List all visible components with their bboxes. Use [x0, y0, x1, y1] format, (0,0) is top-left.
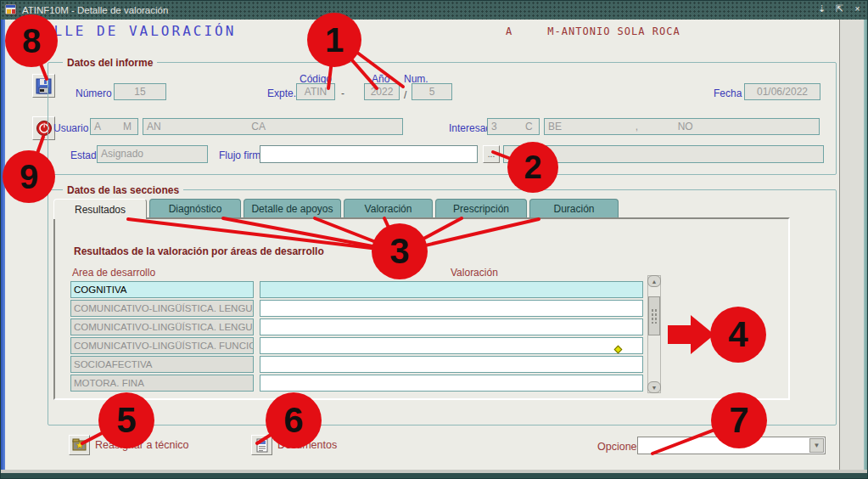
interesado-code-field: 3 C — [487, 118, 540, 135]
column-header-valoracion: Valoración — [451, 267, 498, 279]
estado-field: Asignado — [97, 145, 208, 163]
group-datos-informe-legend: Datos del informe — [63, 57, 157, 69]
window-gutter-right — [839, 20, 864, 470]
expte-slash: / — [404, 89, 406, 101]
area-cell: SOCIOAFECTIVA — [70, 356, 254, 373]
usuario-code-field: A M — [90, 118, 138, 135]
area-cell: COGNITIVA — [70, 281, 254, 298]
column-header-area: Area de desarrollo — [72, 267, 155, 279]
panel-title: Resultados de la valoración por áreas de… — [74, 245, 324, 257]
flujo-firma-browse-button[interactable]: ... — [483, 145, 500, 163]
valoracion-field[interactable] — [260, 375, 643, 392]
documentos-label[interactable]: Documentos — [277, 439, 337, 451]
reasignar-button[interactable] — [69, 435, 90, 455]
tab-diagnostico[interactable]: Diagnóstico — [149, 199, 241, 217]
restore-icon[interactable]: ⇱ — [833, 3, 846, 15]
scroll-up-icon[interactable]: ▲ — [647, 275, 661, 287]
user-banner: A M-ANTONIO SOLA ROCA — [506, 25, 680, 37]
ano-field: 2022 — [364, 83, 400, 100]
group-datos-secciones-legend: Datos de las secciones — [63, 184, 183, 196]
usuario-label: Usuario — [53, 122, 88, 134]
fecha-label: Fecha — [714, 87, 742, 99]
expte-label: Expte. — [267, 87, 296, 99]
valoracion-field[interactable] — [260, 281, 643, 298]
flujo-firma-input[interactable] — [260, 145, 478, 163]
opciones-label: Opciones — [597, 441, 642, 453]
minimize-icon[interactable]: ⇣ — [815, 3, 828, 15]
area-cell: COMUNICATIVO-LINGÜÍSTICA. LENGUAJE COMP — [70, 318, 254, 335]
area-cell: COMUNICATIVO-LINGÜÍSTICA. FUNCIONES COM — [70, 337, 254, 354]
tab-valoracion[interactable]: Valoración — [344, 199, 433, 217]
scrollbar-thumb[interactable] — [648, 296, 660, 335]
chevron-down-icon[interactable]: ▼ — [809, 438, 824, 453]
usuario-name-field: AN CA — [143, 118, 403, 135]
area-cell: COMUNICATIVO-LINGÜÍSTICA. LENGUAJE EXPR — [70, 300, 254, 317]
window-border-bottom — [1, 470, 868, 479]
num-field: 5 — [412, 83, 452, 100]
annotation-circle-1: 1 — [307, 13, 361, 67]
window-border-left — [1, 20, 5, 470]
page-title: DETALLE DE VALORACIÓN — [11, 23, 236, 39]
app-icon — [5, 4, 18, 16]
documentos-button[interactable] — [251, 435, 272, 455]
reasignar-label[interactable]: Reasignar a técnico — [95, 439, 188, 451]
document-icon — [256, 438, 268, 453]
valoracion-field[interactable] — [260, 337, 643, 354]
expte-dash: - — [341, 87, 344, 99]
tab-prescripcion[interactable]: Prescripción — [435, 199, 527, 217]
tab-duracion[interactable]: Duración — [529, 199, 619, 217]
fecha-field: 01/06/2022 — [744, 83, 820, 100]
window-title: ATINF10M - Detalle de valoración — [22, 5, 168, 15]
window-border-right — [864, 20, 868, 470]
codigo-field: ATIN — [296, 83, 335, 100]
valoracion-field[interactable] — [260, 356, 643, 373]
flujo-firma-desc-field — [503, 145, 824, 163]
numero-field: 15 — [114, 83, 166, 100]
scrollbar-grip — [651, 308, 658, 324]
numero-label: Número — [76, 87, 112, 99]
opciones-select[interactable]: ▼ — [637, 437, 826, 454]
folder-star-icon — [72, 438, 87, 452]
close-icon[interactable]: × — [851, 3, 864, 15]
title-bar[interactable]: ATINF10M - Detalle de valoración ⇣ ⇱ × — [1, 1, 868, 20]
app-window: ATINF10M - Detalle de valoración ⇣ ⇱ × D… — [0, 0, 868, 479]
tab-resultados[interactable]: Resultados — [53, 199, 147, 219]
area-cell: MOTORA. FINA — [70, 375, 254, 392]
interesado-name-field: BE , NO — [544, 118, 820, 135]
valoracion-field[interactable] — [260, 318, 643, 335]
valoracion-field[interactable] — [260, 300, 643, 317]
scroll-down-icon[interactable]: ▼ — [647, 381, 661, 393]
tab-detalle-apoyos[interactable]: Detalle de apoyos — [244, 199, 341, 217]
